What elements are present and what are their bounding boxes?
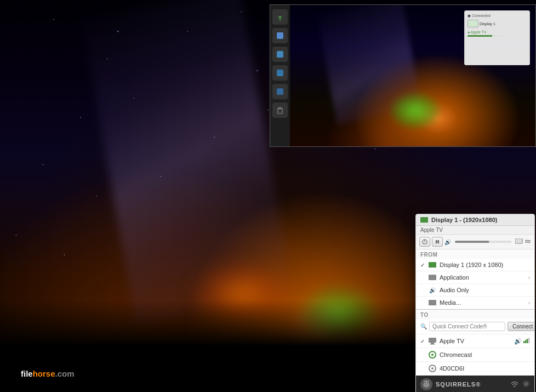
from-display1-check: ✓ (420, 262, 428, 268)
device-4d0cd6i[interactable]: 4D0CD6I (416, 362, 534, 376)
svg-rect-10 (436, 240, 437, 243)
from-application-label: Application (440, 274, 528, 281)
sidebar-icon-app2 (272, 47, 288, 62)
apple-tv-check: ✓ (420, 338, 428, 344)
svg-rect-21 (523, 341, 525, 343)
svg-point-33 (514, 385, 516, 387)
audio-icon: 🔊 (428, 287, 437, 293)
svg-point-17 (528, 242, 529, 243)
svg-point-0 (280, 19, 281, 21)
svg-point-16 (526, 240, 527, 241)
from-display1-label: Display 1 (1920 x 1080) (440, 262, 530, 268)
preview-sidebar (270, 5, 290, 146)
sidebar-icon-app1 (272, 28, 288, 43)
4d0cd6i-icon (428, 365, 437, 372)
pause-button[interactable] (432, 237, 443, 247)
svg-rect-20 (430, 344, 435, 345)
svg-rect-13 (516, 239, 522, 243)
svg-point-26 (431, 354, 434, 356)
svg-rect-24 (528, 338, 530, 343)
chromecast-icon (428, 351, 437, 359)
volume-icon: 🔊 (444, 239, 451, 245)
apple-tv-signal (523, 337, 530, 345)
from-display1-item[interactable]: ✓ Display 1 (1920 x 1080) (416, 259, 534, 271)
panel-subtitle: Apple TV (416, 226, 534, 235)
preview-overlay-panel: ◼ Connected Display 1 ● Apple TV (464, 10, 530, 65)
svg-rect-5 (278, 109, 282, 113)
apple-tv-icon (428, 337, 437, 345)
sidebar-icon-trash (272, 103, 288, 118)
wifi-footer-icon (510, 380, 519, 389)
svg-rect-11 (438, 240, 440, 243)
media-arrow: › (528, 300, 530, 306)
svg-rect-19 (431, 343, 434, 344)
from-application-item[interactable]: Application › (416, 271, 534, 284)
application-arrow: › (528, 275, 530, 281)
from-audio-label: Audio Only (440, 287, 530, 293)
from-section-header: FROM (416, 249, 534, 259)
from-audio-item[interactable]: 🔊 Audio Only (416, 284, 534, 297)
power-button[interactable] (419, 237, 430, 247)
panel-title: Display 1 - (1920x1080) (431, 217, 530, 223)
application-icon (428, 274, 437, 281)
control-panel: Display 1 - (1920x1080) Apple TV 🔊 (415, 214, 535, 392)
svg-rect-4 (277, 88, 283, 95)
connect-button[interactable]: Connect (508, 322, 535, 331)
svg-rect-7 (279, 107, 281, 109)
4d0cd6i-label: 4D0CD6I (440, 365, 530, 372)
svg-rect-2 (277, 51, 283, 58)
chromecast-label: Chromecast (440, 351, 530, 358)
svg-rect-3 (277, 70, 283, 76)
svg-point-30 (424, 380, 429, 386)
watermark-text: filehorse.com (21, 370, 75, 378)
quick-connect-bar: 🔍 Connect (416, 319, 534, 334)
watermark: filehorse.com (16, 367, 79, 381)
sidebar-icon-wifi (272, 9, 288, 25)
panel-footer: SQUIRRELS® (416, 376, 534, 392)
settings-small-icon[interactable] (524, 238, 531, 246)
squirrels-icon (420, 378, 432, 390)
preview-content: ◼ Connected Display 1 ● Apple TV (290, 5, 535, 146)
svg-rect-18 (429, 338, 436, 343)
from-media-label: Media... (440, 299, 528, 306)
sidebar-icon-app4 (272, 84, 288, 99)
quick-connect-input[interactable] (429, 322, 505, 331)
to-section-header: TO (416, 310, 534, 319)
media-icon (428, 299, 437, 306)
quick-connect-icon: 🔍 (420, 323, 427, 329)
transport-bar: 🔊 (416, 235, 534, 249)
apple-tv-label: Apple TV (440, 338, 514, 344)
svg-point-34 (525, 382, 528, 385)
squirrels-brand: SQUIRRELS® (436, 381, 507, 388)
panel-header: Display 1 - (1920x1080) (416, 214, 534, 226)
preview-tent-glow (388, 92, 443, 130)
screen-preview: ◼ Connected Display 1 ● Apple TV (270, 4, 536, 147)
device-apple-tv[interactable]: ✓ Apple TV 🔊 (416, 334, 534, 348)
svg-rect-1 (277, 32, 283, 39)
display1-icon (428, 262, 437, 268)
to-section: TO 🔍 Connect ✓ Apple TV 🔊 (416, 309, 534, 376)
svg-point-35 (523, 380, 529, 387)
svg-rect-22 (525, 340, 527, 343)
settings-footer-icon[interactable] (522, 380, 530, 389)
svg-point-28 (431, 367, 434, 370)
volume-slider[interactable] (455, 241, 511, 243)
svg-point-32 (427, 382, 428, 383)
sidebar-icon-app3 (272, 65, 288, 81)
from-media-item[interactable]: Media... › (416, 297, 534, 309)
mirror-icon (515, 238, 523, 245)
device-chromecast[interactable]: Chromecast (416, 348, 534, 362)
svg-rect-23 (527, 339, 528, 343)
svg-point-31 (425, 382, 426, 383)
display-icon (420, 217, 428, 223)
apple-tv-volume-icon: 🔊 (514, 338, 522, 345)
